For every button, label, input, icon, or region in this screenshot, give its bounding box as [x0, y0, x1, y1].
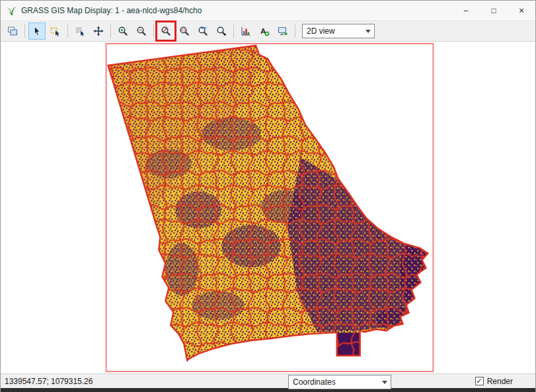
save-display-button[interactable] — [274, 22, 291, 40]
toolbar-separator — [110, 24, 111, 38]
zoom-to-extent-icon — [161, 26, 171, 36]
minimize-button[interactable]: – — [452, 1, 480, 20]
window-title: GRASS GIS Map Display: 1 - aea-nlcd-wgs8… — [21, 6, 202, 15]
toolbar-separator — [153, 24, 154, 38]
statusbar-mode-select[interactable]: Coordinates — [288, 375, 391, 389]
previous-zoom-icon — [198, 26, 208, 36]
map-render-area — [1, 42, 535, 373]
coordinates-readout: 1339547.57; 1079315.26 — [5, 377, 93, 386]
analyze-map-icon — [241, 26, 251, 36]
map-canvas[interactable] — [1, 42, 535, 373]
window-bottom-edge — [1, 388, 535, 392]
zoom-out-button[interactable] — [133, 22, 150, 40]
statusbar: 1339547.57; 1079315.26 Coordinates ✓ Ren… — [1, 373, 535, 388]
toolbar-separator — [295, 24, 295, 38]
maximize-button[interactable]: □ — [480, 1, 508, 20]
map-display-toolbar: A 2D view — [1, 20, 535, 42]
query-icon — [75, 26, 85, 36]
display-map-icon — [7, 26, 18, 36]
add-map-elements-icon: A — [259, 26, 270, 36]
titlebar[interactable]: GRASS GIS Map Display: 1 - aea-nlcd-wgs8… — [1, 1, 535, 20]
select-features-button[interactable] — [47, 22, 64, 40]
toolbar-separator — [24, 24, 25, 38]
pan-button[interactable] — [90, 22, 107, 40]
zoom-in-button[interactable] — [114, 22, 132, 40]
zoom-out-icon — [136, 26, 147, 36]
checkbox-check-icon: ✓ — [475, 377, 484, 385]
window-controls: – □ × — [452, 1, 535, 20]
zoom-to-extent-button[interactable] — [157, 22, 174, 40]
zoom-options-icon — [216, 26, 227, 36]
toolbar-separator — [67, 24, 68, 38]
zoom-options-button[interactable] — [213, 22, 230, 40]
zoom-to-region-icon — [179, 26, 190, 36]
close-button[interactable]: × — [508, 1, 535, 20]
chevron-down-icon — [365, 30, 371, 36]
toolbar-separator — [233, 24, 234, 38]
statusbar-mode-value: Coordinates — [293, 377, 336, 387]
previous-zoom-button[interactable] — [194, 22, 211, 40]
render-checkbox[interactable]: ✓ Render — [475, 377, 513, 386]
pan-icon — [93, 26, 104, 36]
zoom-to-region-button[interactable] — [176, 22, 193, 40]
display-map-button[interactable] — [4, 22, 21, 40]
view-mode-value: 2D view — [307, 26, 335, 36]
query-button[interactable] — [71, 22, 89, 40]
grass-map-display-window: GRASS GIS Map Display: 1 - aea-nlcd-wgs8… — [0, 0, 536, 392]
zoom-in-icon — [118, 26, 128, 36]
save-display-icon — [278, 26, 288, 36]
chevron-down-icon — [382, 381, 387, 387]
pointer-icon — [32, 26, 42, 36]
analyze-map-button[interactable] — [237, 22, 254, 40]
select-features-icon — [50, 26, 61, 36]
view-mode-select[interactable]: 2D view — [302, 24, 375, 38]
add-map-elements-button[interactable]: A — [256, 22, 273, 40]
grass-logo-icon — [5, 5, 17, 17]
pointer-button[interactable] — [28, 22, 46, 40]
render-checkbox-label: Render — [487, 377, 513, 386]
